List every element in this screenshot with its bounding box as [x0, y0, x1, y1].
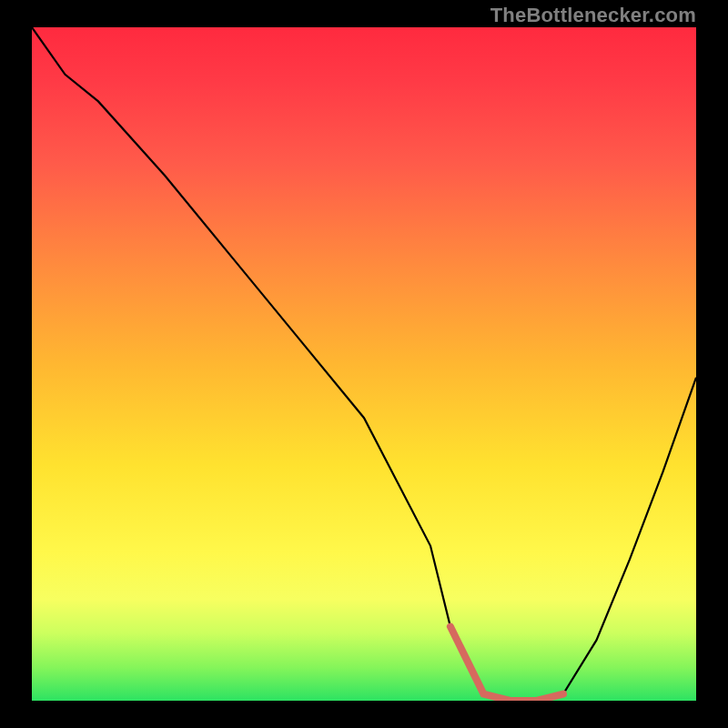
curve-line	[32, 27, 696, 701]
plot-area	[32, 27, 696, 701]
highlight-segment	[450, 627, 563, 701]
bottleneck-curve	[32, 27, 696, 701]
chart-title: TheBottlenecker.com	[490, 4, 696, 27]
chart-frame: TheBottlenecker.com	[0, 0, 728, 728]
